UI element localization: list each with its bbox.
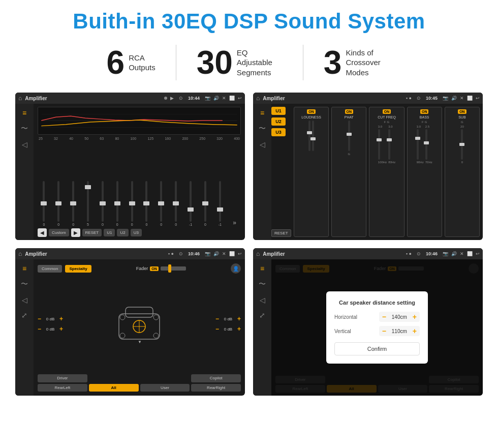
vertical-minus[interactable]: − [382, 327, 386, 335]
eq-icon-3[interactable]: ≡ [22, 264, 26, 273]
phat-slider[interactable] [348, 121, 350, 151]
sub-on[interactable]: ON [458, 109, 466, 114]
slider-thumb-2[interactable] [70, 201, 76, 205]
slider-thumb-12[interactable] [217, 207, 223, 212]
slider-thumb-5[interactable] [114, 201, 120, 205]
fader-on-3[interactable]: ON [150, 266, 159, 271]
fader-thumb-3[interactable] [168, 264, 171, 273]
slider-thumb-10[interactable] [188, 207, 194, 212]
slider-track-8[interactable] [160, 181, 162, 222]
bl-plus[interactable]: + [59, 325, 63, 333]
slider-track-9[interactable] [175, 181, 177, 222]
slider-track-6[interactable] [131, 181, 133, 222]
bass-slider-2[interactable] [425, 129, 427, 160]
slider-thumb-0[interactable] [41, 201, 47, 205]
u2-preset[interactable]: U2 [271, 117, 286, 126]
wave-icon-2[interactable]: 〜 [259, 124, 266, 133]
loudness-thumb-2[interactable] [310, 137, 316, 140]
horizontal-plus[interactable]: + [413, 313, 417, 321]
slider-col-expand: » [228, 219, 241, 226]
tr-plus[interactable]: + [237, 315, 241, 322]
sub-slider[interactable] [461, 129, 463, 160]
slider-track-11[interactable] [204, 181, 206, 222]
phat-thumb[interactable] [347, 133, 352, 136]
bass-slider-1[interactable] [417, 129, 419, 160]
br-plus[interactable]: + [237, 325, 241, 333]
u3-preset[interactable]: U3 [271, 128, 286, 136]
slider-track-12[interactable] [219, 181, 221, 222]
cutfreq-on[interactable]: ON [383, 109, 391, 114]
cutfreq-thumb-1[interactable] [377, 138, 382, 141]
slider-track-10[interactable] [190, 181, 192, 222]
play-btn[interactable]: ▶ [71, 228, 80, 237]
slider-thumb-4[interactable] [100, 201, 106, 205]
expand-icon-4[interactable]: ⤢ [259, 311, 265, 319]
u2-btn[interactable]: U2 [117, 229, 128, 236]
bl-minus[interactable]: − [38, 325, 41, 333]
bass-on[interactable]: ON [420, 109, 429, 114]
speaker-icon-4[interactable]: ◁ [260, 296, 265, 304]
sub-thumb[interactable] [459, 143, 464, 146]
cutfreq-slider-1[interactable] [378, 129, 380, 160]
phat-on[interactable]: ON [345, 109, 354, 114]
slider-thumb-6[interactable] [129, 201, 135, 205]
tl-plus[interactable]: + [59, 315, 63, 322]
wave-icon[interactable]: 〜 [21, 124, 28, 133]
rearright-btn[interactable]: RearRight [191, 384, 241, 392]
vertical-plus[interactable]: + [413, 327, 417, 335]
tr-minus[interactable]: − [215, 315, 219, 322]
eq-icon-2[interactable]: ≡ [260, 109, 264, 117]
u1-preset[interactable]: U1 [271, 107, 286, 115]
specialty-tab-3[interactable]: Specialty [65, 265, 91, 273]
loudness-slider-1[interactable] [308, 121, 310, 151]
slider-track-1[interactable] [57, 181, 59, 222]
speaker-icon-3[interactable]: ◁ [22, 296, 27, 304]
bass-thumb-2[interactable] [424, 141, 429, 144]
slider-track-2[interactable] [72, 181, 74, 222]
eq-icon[interactable]: ≡ [22, 109, 26, 117]
rearleft-btn[interactable]: RearLeft [38, 384, 87, 392]
expand-icon-3[interactable]: ⤢ [21, 311, 27, 319]
expand-icon[interactable]: » [233, 219, 236, 226]
copilot-btn[interactable]: Copilot [191, 374, 241, 382]
bass-thumb-1[interactable] [415, 137, 420, 140]
slider-thumb-9[interactable] [173, 201, 179, 205]
speaker-icon-2[interactable]: ◁ [260, 140, 265, 148]
slider-col-7: 0 [140, 181, 153, 226]
slider-thumb-8[interactable] [158, 201, 164, 205]
amp-reset-btn[interactable]: RESET [271, 229, 291, 237]
wave-icon-4[interactable]: 〜 [259, 280, 266, 289]
slider-track-0[interactable] [43, 181, 45, 222]
cf-f: F [384, 121, 386, 124]
prev-btn[interactable]: ◀ [38, 228, 47, 237]
cutfreq-thumb-2[interactable] [387, 138, 392, 141]
all-btn[interactable]: All [89, 384, 139, 392]
reset-btn[interactable]: RESET [82, 229, 102, 236]
u3-btn[interactable]: U3 [131, 229, 142, 236]
slider-thumb-11[interactable] [202, 201, 208, 205]
common-tab-3[interactable]: Common [38, 265, 62, 273]
slider-thumb-1[interactable] [55, 201, 61, 205]
slider-thumb-7[interactable] [143, 201, 149, 205]
horizontal-minus[interactable]: − [382, 313, 386, 321]
confirm-button[interactable]: Confirm [334, 342, 420, 355]
slider-track-3[interactable] [87, 181, 89, 222]
wave-icon-3[interactable]: 〜 [21, 280, 28, 289]
speaker-icon[interactable]: ◁ [22, 140, 27, 148]
fader-track-3[interactable] [161, 266, 186, 271]
loudness-thumb-1[interactable] [307, 131, 312, 134]
user-icon-3[interactable]: 👤 [231, 263, 241, 274]
slider-track-7[interactable] [145, 181, 147, 222]
cutfreq-slider-2[interactable] [388, 129, 390, 160]
slider-track-5[interactable] [116, 181, 118, 222]
loudness-on[interactable]: ON [307, 109, 316, 114]
user-btn[interactable]: User [140, 384, 190, 392]
slider-track-4[interactable] [102, 181, 104, 222]
driver-btn[interactable]: Driver [38, 374, 87, 382]
loudness-slider-2[interactable] [312, 121, 314, 151]
eq-icon-4[interactable]: ≡ [260, 264, 264, 273]
br-minus[interactable]: − [215, 325, 219, 333]
tl-minus[interactable]: − [38, 315, 41, 322]
u1-btn[interactable]: U1 [104, 229, 115, 236]
slider-thumb-3[interactable] [85, 185, 91, 189]
